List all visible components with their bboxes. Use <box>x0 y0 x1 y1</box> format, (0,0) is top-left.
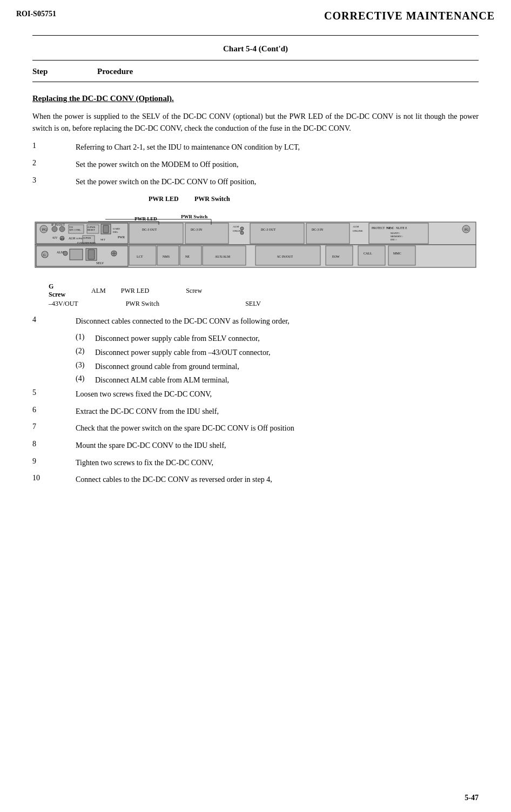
svg-rect-38 <box>306 223 349 244</box>
svg-text:MMC: MMC <box>393 252 401 255</box>
pwr-switch-label: PWR Switch <box>194 195 230 203</box>
alm-label: ALM <box>91 287 106 295</box>
svg-rect-15 <box>103 225 109 233</box>
svg-rect-36 <box>250 223 304 244</box>
selv-label: SELV <box>245 300 261 307</box>
main-content: Chart 5-4 (Cont'd) Step Procedure Replac… <box>0 26 511 502</box>
page-header: ROI-S05751 CORRECTIVE MAINTENANCE <box>0 0 511 26</box>
svg-text:PWR Switch: PWR Switch <box>181 214 207 219</box>
svg-text:CALL: CALL <box>364 252 372 255</box>
svg-rect-30 <box>185 223 228 244</box>
svg-text:DC-3 OUT: DC-3 OUT <box>142 228 157 231</box>
svg-text:NLITE E: NLITE E <box>396 226 407 230</box>
svg-point-5 <box>52 226 57 232</box>
svg-rect-65 <box>388 246 415 265</box>
table-column-headers: Step Procedure <box>32 64 479 78</box>
svg-rect-63 <box>358 246 385 265</box>
sub-step-number: (4) <box>76 374 95 386</box>
svg-text:SC IN/OUT: SC IN/OUT <box>277 255 293 258</box>
sub-step-text: Disconnect ALM cable from ALM terminal, <box>95 374 479 386</box>
svg-text:DC-3 IN: DC-3 IN <box>312 228 324 231</box>
sub-step-item: (1) Disconnect power supply cable from S… <box>76 333 479 345</box>
svg-text:SET: SET <box>100 238 105 241</box>
step-text: Loosen two screws fixed the DC-DC CONV, <box>76 388 479 400</box>
pwr-led-label: PWR LED <box>149 195 179 203</box>
svg-text:RESET: RESET <box>88 229 95 231</box>
steps-list: 1 Referring to Chart 2-1, set the IDU to… <box>32 142 479 187</box>
diagram-container: PWR LED PWR Switch FG IF IN/OUT <box>32 195 479 308</box>
section-title: CORRECTIVE MAINTENANCE <box>324 10 495 22</box>
svg-text:XPC CTRL: XPC CTRL <box>69 229 81 231</box>
svg-text:DC-3 IN: DC-3 IN <box>191 228 203 231</box>
svg-text:ALM: ALM <box>353 225 359 228</box>
svg-point-71 <box>63 251 68 256</box>
step-item: 8 Mount the spare DC-DC CONV to the IDU … <box>32 440 479 452</box>
svg-text:LCT: LCT <box>137 255 143 258</box>
pwr-led-bottom-label: PWR LED <box>121 287 149 295</box>
svg-text:NMS: NMS <box>163 255 170 258</box>
neg43-label: –43V/OUT <box>49 300 78 308</box>
step-number: 6 <box>32 406 76 414</box>
step-item: 3 Set the power switch on the DC-DC CONV… <box>32 176 479 188</box>
top-rule <box>32 35 479 36</box>
svg-rect-74 <box>88 250 95 259</box>
step-number: 8 <box>32 440 76 448</box>
procedure-column-label: Procedure <box>97 67 133 76</box>
svg-rect-72 <box>70 249 83 260</box>
chart-rule <box>32 60 479 61</box>
step-item: 9 Tighten two screws to fix the DC-DC CO… <box>32 457 479 469</box>
svg-text:PWR LED: PWR LED <box>135 216 157 222</box>
svg-text:IDU ○: IDU ○ <box>391 238 397 241</box>
step-number: 1 <box>32 142 76 150</box>
step-text: Set the power switch on the MODEM to Off… <box>76 159 479 171</box>
idu-diagram: FG IF IN/OUT T/O XPC CTRL O/PWR RESET O … <box>34 211 477 281</box>
svg-point-35 <box>240 231 244 234</box>
pwr-switch-bottom-label: PWR Switch <box>126 300 159 308</box>
svg-text:ONLINE: ONLINE <box>353 230 363 232</box>
svg-text:41V: 41V <box>52 236 58 239</box>
step-number: 4 <box>32 316 76 324</box>
sub-step-number: (3) <box>76 361 95 373</box>
step-item: 5 Loosen two screws fixed the DC-DC CONV… <box>32 388 479 400</box>
sub-step-item: (3) Disconnect ground cable from ground … <box>76 361 479 373</box>
svg-text:FG: FG <box>42 227 47 232</box>
sub-step-number: (2) <box>76 347 95 359</box>
step-text: Set the power switch on the DC-DC CONV t… <box>76 176 479 188</box>
sub-step-item: (4) Disconnect ALM cable from ALM termin… <box>76 374 479 386</box>
step-column-label: Step <box>32 67 97 76</box>
step-text: Connect cables to the DC-DC CONV as reve… <box>76 474 479 486</box>
svg-text:MEMORY○: MEMORY○ <box>391 235 403 238</box>
svg-rect-55 <box>180 246 201 265</box>
step-number: 2 <box>32 159 76 167</box>
chart-title: Chart 5-4 (Cont'd) <box>32 39 479 57</box>
step-text: Disconnect cables connected to the DC-DC… <box>76 316 479 327</box>
section-title: Replacing the DC-DC CONV (Optional). <box>32 94 479 103</box>
step-item: 10 Connect cables to the DC-DC CONV as r… <box>32 474 479 486</box>
steps-list-4plus: 4 Disconnect cables connected to the DC-… <box>32 316 479 486</box>
step-number: 3 <box>32 176 76 185</box>
svg-text:SELV: SELV <box>96 261 104 265</box>
svg-text:O MD: O MD <box>113 227 120 230</box>
svg-text:O/PWR: O/PWR <box>83 237 91 239</box>
g-screw-label: GScrew <box>49 283 65 299</box>
svg-text:OUT: OUT <box>60 238 65 240</box>
sub-step-item: (2) Disconnect power supply cable from –… <box>76 347 479 359</box>
svg-text:DC-3 OUT: DC-3 OUT <box>261 228 275 231</box>
svg-point-6 <box>59 226 65 232</box>
svg-text:AUX/ALM: AUX/ALM <box>215 255 231 258</box>
step-item: 6 Extract the DC-DC CONV from the IDU sh… <box>32 406 479 418</box>
svg-text:NEC: NEC <box>386 226 394 230</box>
header-rule <box>32 82 479 82</box>
svg-text:FG: FG <box>465 228 469 231</box>
step-number: 10 <box>32 474 76 482</box>
step-text: Check that the power switch on the spare… <box>76 422 479 434</box>
page-container: ROI-S05751 CORRECTIVE MAINTENANCE Chart … <box>0 0 511 812</box>
step-text: Tighten two screws to fix the DC-DC CONV… <box>76 457 479 469</box>
svg-text:DEL: DEL <box>113 231 118 233</box>
svg-rect-28 <box>129 223 183 244</box>
svg-text:EOW: EOW <box>332 255 340 258</box>
step-item: 4 Disconnect cables connected to the DC-… <box>32 316 479 327</box>
sub-step-text: Disconnect power supply cable from SELV … <box>95 333 479 345</box>
svg-text:PWR: PWR <box>118 236 125 239</box>
doc-number: ROI-S05751 <box>16 10 56 18</box>
